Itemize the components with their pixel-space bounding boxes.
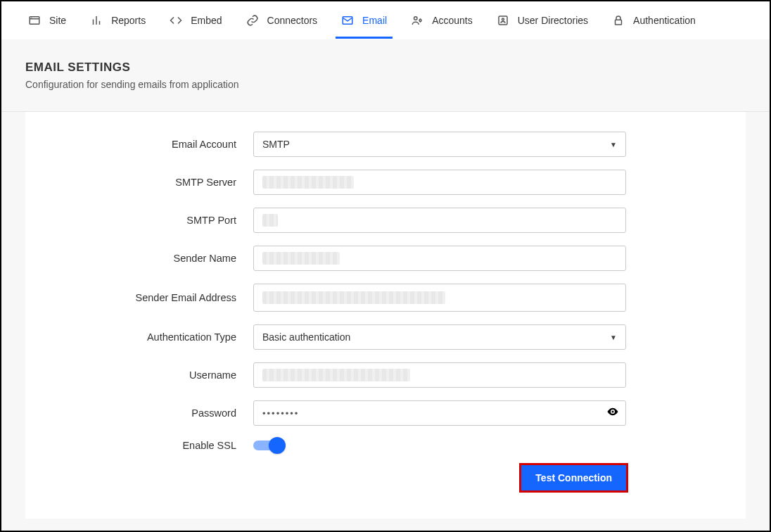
tab-label: Authentication bbox=[633, 15, 696, 26]
site-icon bbox=[28, 14, 41, 27]
smtp-port-label: SMTP Port bbox=[53, 215, 236, 226]
tab-authentication[interactable]: Authentication bbox=[606, 1, 701, 39]
tab-label: Site bbox=[49, 15, 66, 26]
username-input[interactable] bbox=[253, 362, 626, 388]
tab-label: Embed bbox=[191, 15, 222, 26]
svg-point-5 bbox=[502, 18, 504, 20]
tab-site[interactable]: Site bbox=[23, 1, 72, 39]
email-account-label: Email Account bbox=[53, 139, 236, 150]
email-account-select[interactable]: SMTP ▼ bbox=[253, 132, 626, 157]
user-directories-icon bbox=[497, 14, 509, 27]
reports-icon bbox=[90, 14, 103, 27]
chevron-down-icon: ▼ bbox=[610, 141, 617, 148]
sender-email-label: Sender Email Address bbox=[53, 292, 236, 303]
tab-user-directories[interactable]: User Directories bbox=[491, 1, 594, 39]
show-password-icon[interactable] bbox=[606, 405, 619, 421]
tab-accounts[interactable]: Accounts bbox=[405, 1, 478, 39]
page-subtitle: Configuration for sending emails from ap… bbox=[25, 79, 746, 90]
svg-point-3 bbox=[419, 19, 421, 21]
accounts-icon bbox=[411, 14, 423, 27]
test-connection-button[interactable]: Test Connection bbox=[521, 465, 626, 490]
tab-reports[interactable]: Reports bbox=[84, 1, 151, 39]
enable-ssl-label: Enable SSL bbox=[53, 440, 236, 451]
select-value: Basic authentication bbox=[262, 331, 350, 343]
tab-embed[interactable]: Embed bbox=[164, 1, 227, 39]
chevron-down-icon: ▼ bbox=[610, 334, 617, 341]
smtp-server-input[interactable] bbox=[253, 170, 626, 195]
enable-ssl-toggle[interactable] bbox=[253, 438, 286, 452]
tab-label: Reports bbox=[111, 15, 146, 26]
password-label: Password bbox=[53, 407, 236, 419]
embed-icon bbox=[170, 14, 182, 27]
password-input[interactable]: •••••••• bbox=[253, 400, 626, 426]
sender-name-label: Sender Name bbox=[53, 253, 236, 264]
tab-label: User Directories bbox=[518, 15, 588, 26]
settings-card: Email Account SMTP ▼ SMTP Server SMTP Po… bbox=[25, 112, 746, 519]
svg-rect-0 bbox=[30, 16, 39, 24]
tab-connectors[interactable]: Connectors bbox=[241, 1, 324, 39]
authentication-icon bbox=[612, 14, 625, 27]
username-label: Username bbox=[53, 369, 236, 381]
svg-rect-6 bbox=[616, 20, 622, 25]
page-header: EMAIL SETTINGS Configuration for sending… bbox=[1, 39, 770, 100]
email-icon bbox=[341, 14, 354, 27]
tab-label: Connectors bbox=[267, 15, 318, 26]
sender-email-input[interactable] bbox=[253, 284, 626, 312]
page-title: EMAIL SETTINGS bbox=[25, 61, 746, 75]
auth-type-label: Authentication Type bbox=[53, 331, 236, 343]
smtp-port-input[interactable] bbox=[253, 208, 626, 233]
tab-email[interactable]: Email bbox=[336, 1, 393, 39]
smtp-server-label: SMTP Server bbox=[53, 177, 236, 188]
select-value: SMTP bbox=[262, 139, 290, 150]
tab-label: Email bbox=[362, 15, 387, 26]
svg-point-2 bbox=[414, 16, 418, 20]
top-tabs: Site Reports Embed Connectors Email Acco… bbox=[1, 1, 770, 39]
sender-name-input[interactable] bbox=[253, 246, 626, 271]
auth-type-select[interactable]: Basic authentication ▼ bbox=[253, 324, 626, 350]
connectors-icon bbox=[246, 14, 259, 27]
tab-label: Accounts bbox=[432, 15, 473, 26]
